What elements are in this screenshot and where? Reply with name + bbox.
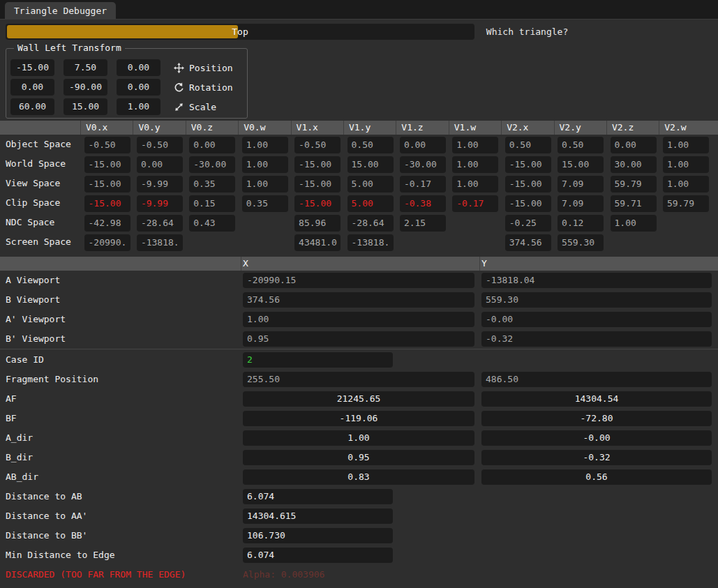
af-y-cell[interactable]: 14304.54 (481, 391, 712, 407)
a-viewport-y-cell[interactable]: -13818.04 (481, 273, 712, 288)
a-dir-y-cell[interactable]: -0.00 (481, 430, 712, 446)
view-space-v1-y-cell[interactable]: 5.00 (347, 176, 394, 193)
world-space-v2-z-cell[interactable]: 30.00 (611, 156, 657, 173)
rotation-y-input[interactable]: -90.00 (63, 79, 107, 96)
clip-space-v1-x-cell[interactable]: -15.00 (294, 195, 341, 212)
ndc-space-v2-y-cell[interactable]: 0.12 (558, 215, 604, 232)
object-space-v2-z-cell[interactable]: 0.00 (611, 137, 657, 153)
ndc-space-v2-x-cell[interactable]: -0.25 (505, 215, 551, 232)
world-space-v1-z-cell[interactable]: -30.00 (400, 156, 446, 173)
object-space-v2-y-cell[interactable]: 0.50 (558, 137, 604, 153)
ndc-space-v2-z-cell[interactable]: 1.00 (611, 215, 657, 232)
scale-y-input[interactable]: 15.00 (63, 98, 107, 115)
screen-space-v1-y-cell[interactable]: -13818. (347, 234, 394, 251)
object-space-v2-x-cell[interactable]: 0.50 (505, 137, 551, 153)
screen-space-v0-x-cell[interactable]: -20990. (84, 234, 130, 251)
b-viewport-y-cell[interactable]: 559.30 (481, 292, 712, 308)
view-space-v0-w-cell[interactable]: 1.00 (242, 176, 288, 193)
bf-x-cell[interactable]: -119.06 (243, 411, 474, 426)
b-dir-y-cell[interactable]: -0.32 (481, 450, 712, 465)
a-viewport-x-cell[interactable]: -20990.15 (243, 273, 474, 288)
object-space-v2-w-cell[interactable]: 1.00 (663, 137, 709, 153)
view-space-v1-x-cell[interactable]: -15.00 (294, 176, 341, 193)
world-space-v2-x-cell[interactable]: -15.00 (505, 156, 551, 173)
ndc-space-v1-x-cell[interactable]: 85.96 (294, 215, 341, 232)
fragment-position-x-cell[interactable]: 255.50 (243, 372, 474, 387)
clip-space-v1-z-cell[interactable]: -0.38 (400, 195, 446, 212)
clip-space-v1-w-cell[interactable]: -0.17 (452, 195, 498, 212)
object-space-v0-z-cell[interactable]: 0.00 (189, 137, 235, 153)
clip-space-v0-w-cell[interactable]: 0.35 (242, 195, 288, 212)
clip-space-v2-y-cell[interactable]: 7.09 (558, 195, 604, 212)
object-space-v1-x-cell[interactable]: -0.50 (294, 137, 341, 153)
world-space-v1-w-cell[interactable]: 1.00 (452, 156, 498, 173)
object-space-v1-w-cell[interactable]: 1.00 (452, 137, 498, 153)
object-space-v1-y-cell[interactable]: 0.50 (347, 137, 394, 153)
screen-space-v0-y-cell[interactable]: -13818. (137, 234, 183, 251)
scale-z-input[interactable]: 1.00 (117, 98, 160, 115)
world-space-v0-w-cell[interactable]: 1.00 (242, 156, 288, 173)
view-space-v1-z-cell[interactable]: -0.17 (400, 176, 446, 193)
view-space-v0-z-cell[interactable]: 0.35 (189, 176, 235, 193)
rotation-z-input[interactable]: 0.00 (117, 79, 160, 96)
a-viewport-x-cell[interactable]: 1.00 (243, 312, 474, 327)
a-dir-x-cell[interactable]: 1.00 (243, 430, 474, 446)
clip-space-v0-x-cell[interactable]: -15.00 (84, 195, 130, 212)
screen-space-v1-x-cell[interactable]: 43481.0 (294, 234, 341, 251)
position-x-input[interactable]: -15.00 (10, 59, 54, 76)
ab-dir-y-cell[interactable]: 0.56 (481, 469, 712, 485)
column-header-v1-y: V1.y (343, 121, 396, 135)
view-space-v0-y-cell[interactable]: -9.99 (137, 176, 183, 193)
object-space-v0-y-cell[interactable]: -0.50 (137, 137, 183, 153)
distance-to-ab-x-cell[interactable]: 6.074 (243, 489, 393, 504)
object-space-v1-z-cell[interactable]: 0.00 (400, 137, 446, 153)
position-z-input[interactable]: 0.00 (117, 59, 160, 76)
position-y-input[interactable]: 7.50 (63, 59, 107, 76)
view-space-v2-w-cell[interactable]: 1.00 (663, 176, 709, 193)
world-space-v1-x-cell[interactable]: -15.00 (294, 156, 341, 173)
world-space-v0-x-cell[interactable]: -15.00 (84, 156, 130, 173)
world-space-v0-z-cell[interactable]: -30.00 (189, 156, 235, 173)
clip-space-v0-z-cell[interactable]: 0.15 (189, 195, 235, 212)
scale-x-input[interactable]: 60.00 (10, 98, 54, 115)
tab-triangle-debugger[interactable]: Triangle Debugger (5, 2, 116, 20)
b-viewport-x-cell[interactable]: 0.95 (243, 331, 474, 347)
world-space-v2-w-cell[interactable]: 1.00 (663, 156, 709, 173)
b-viewport-y-cell[interactable]: -0.32 (481, 331, 712, 347)
ab-dir-x-cell[interactable]: 0.83 (243, 469, 474, 485)
screen-space-v2-y-cell[interactable]: 559.30 (558, 234, 604, 251)
world-space-v1-y-cell[interactable]: 15.00 (347, 156, 394, 173)
rotation-x-input[interactable]: 0.00 (10, 79, 54, 96)
clip-space-v2-w-cell[interactable]: 59.79 (663, 195, 709, 212)
world-space-v0-y-cell[interactable]: 0.00 (137, 156, 183, 173)
min-distance-to-edge-x-cell[interactable]: 6.074 (243, 548, 393, 563)
ndc-space-v0-z-cell[interactable]: 0.43 (189, 215, 235, 232)
world-space-v2-y-cell[interactable]: 15.00 (558, 156, 604, 173)
ndc-space-v1-z-cell[interactable]: 2.15 (400, 215, 446, 232)
object-space-v0-x-cell[interactable]: -0.50 (84, 137, 130, 153)
ndc-space-v0-y-cell[interactable]: -28.64 (137, 215, 183, 232)
clip-space-v2-x-cell[interactable]: -15.00 (505, 195, 551, 212)
view-space-v1-w-cell[interactable]: 1.00 (452, 176, 498, 193)
af-x-cell[interactable]: 21245.65 (243, 391, 474, 407)
clip-space-v2-z-cell[interactable]: 59.71 (611, 195, 657, 212)
view-space-v0-x-cell[interactable]: -15.00 (84, 176, 130, 193)
distance-to-bb-x-cell[interactable]: 106.730 (243, 528, 393, 543)
triangle-selector-slider[interactable]: Top (6, 24, 474, 40)
clip-space-v0-y-cell[interactable]: -9.99 (137, 195, 183, 212)
bf-y-cell[interactable]: -72.80 (481, 411, 712, 426)
view-space-v2-y-cell[interactable]: 7.09 (558, 176, 604, 193)
case-id-x-cell[interactable]: 2 (243, 352, 393, 368)
screen-space-v2-x-cell[interactable]: 374.56 (505, 234, 551, 251)
distance-to-aa-x-cell[interactable]: 14304.615 (243, 508, 393, 524)
ndc-space-v1-y-cell[interactable]: -28.64 (347, 215, 394, 232)
ndc-space-v0-x-cell[interactable]: -42.98 (84, 215, 130, 232)
object-space-v0-w-cell[interactable]: 1.00 (242, 137, 288, 153)
fragment-position-y-cell[interactable]: 486.50 (481, 372, 712, 387)
clip-space-v1-y-cell[interactable]: 5.00 (347, 195, 394, 212)
view-space-v2-z-cell[interactable]: 59.79 (611, 176, 657, 193)
a-viewport-y-cell[interactable]: -0.00 (481, 312, 712, 327)
b-dir-x-cell[interactable]: 0.95 (243, 450, 474, 465)
b-viewport-x-cell[interactable]: 374.56 (243, 292, 474, 308)
view-space-v2-x-cell[interactable]: -15.00 (505, 176, 551, 193)
